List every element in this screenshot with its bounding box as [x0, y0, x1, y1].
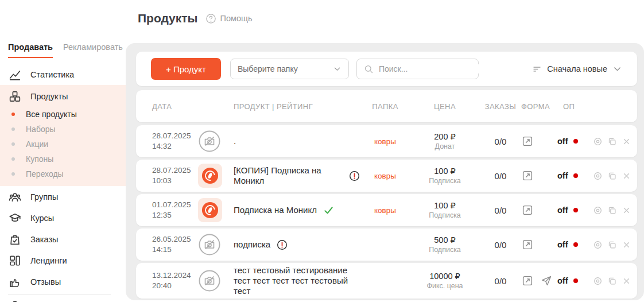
sidebar-item-landings[interactable]: Лендинги: [0, 250, 126, 271]
form-link-icon[interactable]: [522, 239, 533, 250]
table-row[interactable]: 13.12.2024 20:40 тест тестовый тестирова…: [136, 263, 637, 299]
op-toggle[interactable]: off: [556, 137, 593, 146]
sidebar-item-orders[interactable]: Заказы: [0, 229, 126, 250]
sidebar-item-courses[interactable]: Курсы: [0, 207, 126, 229]
col-op: ОП: [556, 102, 593, 111]
tab-sell[interactable]: Продавать: [8, 42, 53, 58]
orders-count: 0/0: [483, 240, 518, 250]
delete-icon[interactable]: [622, 240, 631, 250]
status-dot-icon: [573, 242, 578, 247]
landings-icon: [9, 254, 21, 267]
chevron-down-icon: [612, 64, 622, 74]
op-toggle[interactable]: off: [556, 171, 593, 180]
sidebar-item-statistics[interactable]: Статистика: [0, 64, 126, 85]
folder-select[interactable]: Выберите папку: [230, 59, 349, 79]
table-row[interactable]: 01.07.2025 12:35 Подписка на Моникл ковр…: [136, 194, 637, 226]
orders-icon: [9, 233, 21, 246]
groups-icon: [9, 191, 21, 203]
op-toggle[interactable]: off: [556, 276, 593, 285]
check-icon: [323, 205, 334, 216]
sidebar-item-coupons[interactable]: Купоны: [0, 152, 126, 167]
copy-icon[interactable]: [607, 240, 617, 250]
op-toggle[interactable]: off: [556, 240, 593, 249]
view-icon[interactable]: [593, 171, 603, 181]
col-price: ЦЕНА: [407, 102, 483, 111]
op-toggle[interactable]: off: [556, 206, 593, 215]
copy-icon[interactable]: [607, 276, 617, 286]
view-icon[interactable]: [593, 137, 603, 146]
view-icon[interactable]: [593, 276, 603, 286]
help-icon: [205, 13, 216, 24]
bullet-icon: [11, 142, 15, 146]
help-label: Помощь: [220, 14, 252, 23]
row-time: 10:03: [152, 176, 198, 186]
product-title: [КОПИЯ] Подписка на Моникл: [234, 165, 343, 187]
sidebar-item-groups[interactable]: Группы: [0, 186, 126, 207]
view-icon[interactable]: [593, 240, 603, 250]
sidebar-section-products: Продукты Все продукты Наборы Акции Купон…: [0, 85, 126, 186]
delete-icon[interactable]: [622, 206, 631, 215]
price-type: Фикс. цена: [407, 282, 483, 290]
copy-icon[interactable]: [607, 206, 617, 215]
delete-icon[interactable]: [622, 137, 631, 146]
price-type: Донат: [407, 142, 483, 150]
view-icon[interactable]: [593, 206, 603, 215]
bullet-icon: [11, 127, 15, 131]
orders-count: 0/0: [483, 276, 518, 286]
copy-icon[interactable]: [607, 171, 617, 181]
status-dot-icon: [573, 139, 578, 144]
form-link-icon[interactable]: [522, 170, 533, 181]
row-date: 28.07.2025: [152, 131, 198, 141]
sidebar-item-label: Продукты: [30, 92, 68, 101]
price: 500 ₽: [407, 235, 483, 245]
col-product: ПРОДУКТ | РЕЙТИНГ: [234, 102, 363, 111]
sidebar-item-label: Курсы: [30, 214, 54, 223]
sort-control[interactable]: Сначала новые: [532, 64, 622, 74]
col-folder: ПАПКА: [363, 102, 407, 111]
chevron-down-icon: [333, 65, 342, 73]
sidebar-item-partner-program[interactable]: Партнерская программа: [0, 295, 126, 302]
partner-icon: [9, 300, 21, 302]
row-time: 14:15: [152, 245, 198, 255]
products-icon: [9, 90, 21, 103]
help-link[interactable]: Помощь: [205, 13, 252, 24]
stats-icon: [9, 68, 21, 81]
orders-count: 0/0: [483, 171, 518, 181]
sidebar-item-products[interactable]: Продукты: [0, 86, 126, 107]
sidebar-item-redirects[interactable]: Переходы: [0, 167, 126, 181]
tab-advertise[interactable]: Рекламировать: [63, 42, 123, 58]
folder-link[interactable]: ковры: [374, 137, 396, 146]
copy-icon[interactable]: [607, 137, 617, 146]
warning-icon: [277, 239, 288, 250]
delete-icon[interactable]: [622, 276, 631, 286]
form-link-icon[interactable]: [522, 275, 533, 286]
sidebar-item-promos[interactable]: Акции: [0, 137, 126, 152]
sidebar-menu: Статистика Продукты Все продукты: [0, 64, 126, 302]
add-product-button[interactable]: + Продукт: [151, 58, 221, 80]
search-box: [356, 59, 479, 79]
search-input[interactable]: [379, 64, 483, 73]
folder-link[interactable]: ковры: [374, 172, 396, 180]
table-row[interactable]: 28.07.2025 10:03 [КОПИЯ] Подписка на Мон…: [136, 160, 637, 192]
table-row[interactable]: 26.05.2025 14:15 подписка 500 ₽ Подписка…: [136, 229, 637, 261]
delete-icon[interactable]: [622, 171, 631, 181]
op-status: off: [557, 240, 568, 249]
op-status: off: [557, 276, 568, 285]
orders-count: 0/0: [483, 206, 518, 215]
table-row[interactable]: 28.07.2025 14:32 . ковры 200 ₽ Донат 0/0…: [136, 125, 637, 157]
no-image-icon: [198, 269, 234, 292]
status-dot-icon: [573, 208, 578, 212]
col-date: ДАТА: [152, 102, 198, 111]
price-type: Подписка: [407, 177, 483, 185]
folder-link[interactable]: ковры: [374, 206, 396, 215]
sidebar-item-sets[interactable]: Наборы: [0, 122, 126, 137]
row-time: 12:35: [152, 210, 198, 220]
sidebar-item-all-products[interactable]: Все продукты: [0, 107, 126, 122]
sidebar-item-reviews[interactable]: Отзывы: [0, 271, 126, 292]
form-link-icon[interactable]: [522, 204, 533, 216]
sort-label: Сначала новые: [547, 64, 607, 73]
form-link-icon[interactable]: [522, 135, 533, 147]
row-date: 26.05.2025: [152, 234, 198, 245]
price: 200 ₽: [407, 132, 483, 141]
send-icon[interactable]: [541, 275, 552, 286]
